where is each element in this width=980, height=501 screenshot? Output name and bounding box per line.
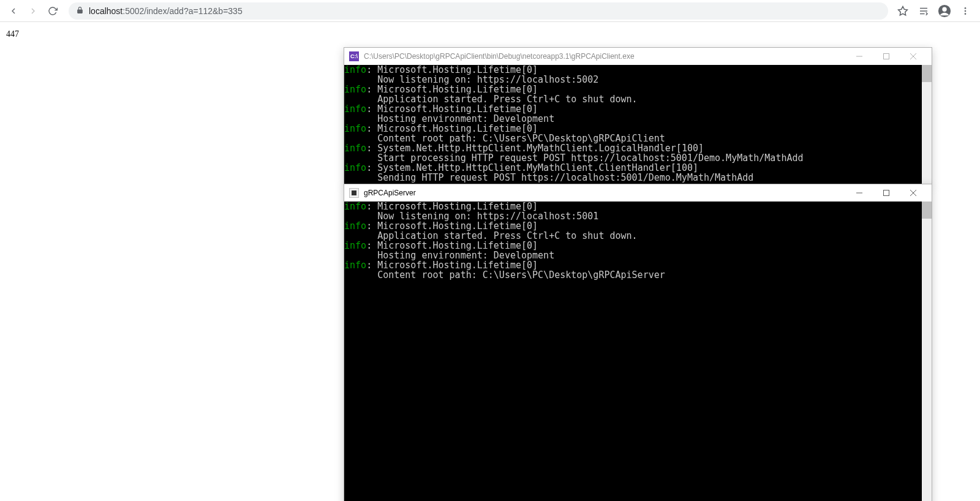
console-output-server: info: Microsoft.Hosting.Lifetime[0]Now l… (344, 202, 932, 280)
log-line: info: Microsoft.Hosting.Lifetime[0] (344, 221, 932, 231)
svg-marker-0 (899, 6, 908, 15)
log-line: Now listening on: https://localhost:5002 (344, 75, 932, 85)
url-host: localhost (89, 6, 123, 16)
log-line: info: Microsoft.Hosting.Lifetime[0] (344, 241, 932, 250)
log-line: info: System.Net.Http.HttpClient.MyMathC… (344, 143, 932, 153)
app-icon-client: C:\ (349, 51, 359, 61)
address-bar[interactable]: localhost:5002/index/add?a=112&b=335 (69, 2, 888, 20)
scrollbar-track[interactable] (922, 202, 932, 501)
minimize-button[interactable] (846, 184, 873, 202)
lock-icon (76, 6, 84, 16)
close-button[interactable] (900, 184, 927, 202)
page-result-text: 447 (6, 29, 19, 39)
svg-rect-13 (352, 190, 356, 195)
back-button[interactable] (5, 2, 22, 20)
titlebar-server[interactable]: gRPCApiServer (344, 184, 932, 202)
reading-list-icon[interactable] (916, 4, 931, 18)
svg-rect-15 (884, 190, 889, 196)
reload-button[interactable] (44, 2, 61, 20)
maximize-button[interactable] (873, 184, 900, 202)
svg-rect-10 (884, 54, 889, 59)
svg-point-8 (965, 13, 967, 15)
browser-viewport: 447 C:\ C:\Users\PC\Desktop\gRPCApiClien… (0, 22, 980, 501)
scrollbar-thumb[interactable] (922, 65, 932, 82)
window-controls-server (846, 184, 927, 202)
log-line: Start processing HTTP request POST https… (344, 153, 932, 163)
log-line: Hosting environment: Development (344, 114, 932, 124)
console-body-client[interactable]: info: Microsoft.Hosting.Lifetime[0]Now l… (344, 65, 932, 184)
app-icon-server (349, 188, 359, 198)
browser-toolbar: localhost:5002/index/add?a=112&b=335 (0, 0, 980, 22)
log-line: info: Microsoft.Hosting.Lifetime[0] (344, 65, 932, 75)
close-button[interactable] (900, 48, 927, 65)
log-line: Content root path: C:\Users\PC\Desktop\g… (344, 270, 932, 280)
scrollbar-track[interactable] (922, 65, 932, 184)
log-line: info: Microsoft.Hosting.Lifetime[0] (344, 85, 932, 94)
window-controls-client (846, 48, 927, 65)
log-line: info: System.Net.Http.HttpClient.MyMathC… (344, 163, 932, 173)
minimize-button[interactable] (846, 48, 873, 65)
svg-point-6 (965, 7, 967, 9)
log-line: Application started. Press Ctrl+C to shu… (344, 231, 932, 241)
log-line: info: Microsoft.Hosting.Lifetime[0] (344, 104, 932, 114)
log-line: info: Microsoft.Hosting.Lifetime[0] (344, 202, 932, 211)
forward-button[interactable] (24, 2, 42, 20)
toolbar-right (895, 4, 975, 18)
titlebar-client[interactable]: C:\ C:\Users\PC\Desktop\gRPCApiClient\bi… (344, 48, 932, 65)
app-icon-text: C:\ (350, 53, 358, 59)
log-line: Content root path: C:\Users\PC\Desktop\g… (344, 134, 932, 143)
console-output-client: info: Microsoft.Hosting.Lifetime[0]Now l… (344, 65, 932, 183)
log-line: Now listening on: https://localhost:5001 (344, 211, 932, 221)
bookmark-star-icon[interactable] (895, 4, 910, 18)
scrollbar-thumb[interactable] (922, 202, 932, 219)
log-line: Application started. Press Ctrl+C to shu… (344, 94, 932, 104)
log-line: Hosting environment: Development (344, 250, 932, 260)
log-line: info: Microsoft.Hosting.Lifetime[0] (344, 260, 932, 270)
console-window-client[interactable]: C:\ C:\Users\PC\Desktop\gRPCApiClient\bi… (344, 47, 932, 185)
log-line: Sending HTTP request POST https://localh… (344, 173, 932, 183)
svg-point-5 (942, 7, 946, 11)
log-line: info: Microsoft.Hosting.Lifetime[0] (344, 124, 932, 134)
url-rest: :5002/index/add?a=112&b=335 (123, 6, 242, 16)
console-body-server[interactable]: info: Microsoft.Hosting.Lifetime[0]Now l… (344, 202, 932, 501)
window-title-server: gRPCApiServer (364, 189, 841, 197)
profile-avatar-icon[interactable] (937, 4, 952, 18)
maximize-button[interactable] (873, 48, 900, 65)
console-window-server[interactable]: gRPCApiServer info: Microsoft.Hosting.Li… (344, 184, 932, 501)
url-text: localhost:5002/index/add?a=112&b=335 (89, 6, 243, 16)
svg-point-7 (965, 10, 967, 12)
window-title-client: C:\Users\PC\Desktop\gRPCApiClient\bin\De… (364, 52, 841, 61)
menu-icon[interactable] (958, 4, 973, 18)
